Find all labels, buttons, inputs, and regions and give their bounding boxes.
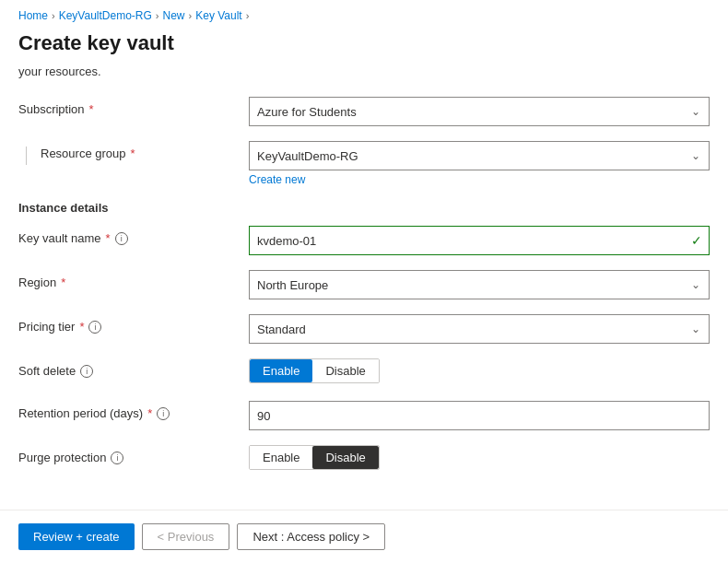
subscription-control: Azure for Students ⌄ xyxy=(249,97,710,126)
kvn-required: * xyxy=(106,231,111,245)
region-row: Region * North Europe ⌄ xyxy=(18,270,710,299)
purge-protection-row: Purge protection i Enable Disable xyxy=(18,445,710,473)
instance-details-label: Instance details xyxy=(18,201,710,215)
breadcrumb-key-vault[interactable]: Key Vault xyxy=(195,9,241,22)
sd-info-icon[interactable]: i xyxy=(80,365,93,378)
rp-input-wrapper xyxy=(249,401,710,430)
review-create-button[interactable]: Review + create xyxy=(18,523,135,550)
rg-control: KeyVaultDemo-RG ⌄ Create new xyxy=(249,141,710,186)
rp-control xyxy=(249,401,710,430)
retention-period-row: Retention period (days) * i xyxy=(18,401,710,430)
resource-group-row: Resource group * KeyVaultDemo-RG ⌄ Creat… xyxy=(18,141,710,186)
rg-required: * xyxy=(131,147,135,160)
pricing-tier-select[interactable]: StandardPremium xyxy=(249,314,710,344)
create-new-link[interactable]: Create new xyxy=(249,173,710,186)
retention-period-input[interactable] xyxy=(249,401,710,430)
rp-info-icon[interactable]: i xyxy=(157,407,170,420)
breadcrumb-keyvaultdemo-rg[interactable]: KeyVaultDemo-RG xyxy=(59,9,152,22)
breadcrumb: Home › KeyVaultDemo-RG › New › Key Vault… xyxy=(0,0,728,28)
pt-info-icon[interactable]: i xyxy=(88,321,101,334)
pt-select-wrapper: StandardPremium ⌄ xyxy=(249,314,710,344)
rg-select-wrapper: KeyVaultDemo-RG ⌄ xyxy=(249,141,710,170)
retention-period-label: Retention period (days) * i xyxy=(18,401,249,420)
breadcrumb-sep-3: › xyxy=(189,10,193,21)
subscription-required: * xyxy=(89,102,94,116)
purge-protection-label: Purge protection i xyxy=(18,445,249,464)
subscription-select[interactable]: Azure for Students xyxy=(249,97,710,126)
subscription-row: Subscription * Azure for Students ⌄ xyxy=(18,97,710,126)
breadcrumb-sep-1: › xyxy=(52,10,55,21)
subscription-label: Subscription * xyxy=(18,97,249,116)
pp-control: Enable Disable xyxy=(249,445,710,470)
intro-text: your resources. xyxy=(18,65,710,78)
breadcrumb-sep-2: › xyxy=(156,10,159,21)
rp-required: * xyxy=(147,406,152,420)
region-select-wrapper: North Europe ⌄ xyxy=(249,270,710,299)
pricing-tier-row: Pricing tier * i StandardPremium ⌄ xyxy=(18,314,710,344)
region-label: Region * xyxy=(18,270,249,289)
breadcrumb-home[interactable]: Home xyxy=(18,9,48,22)
purge-protection-disable-btn[interactable]: Disable xyxy=(312,446,378,469)
indent-line xyxy=(26,147,27,165)
key-vault-name-row: Key vault name * i ✓ xyxy=(18,226,710,255)
resource-group-label: Resource group * xyxy=(37,141,267,160)
footer: Review + create < Previous Next : Access… xyxy=(0,510,728,563)
purge-protection-toggle: Enable Disable xyxy=(249,445,380,470)
kvn-input-wrapper: ✓ xyxy=(249,226,710,255)
soft-delete-enable-btn[interactable]: Enable xyxy=(250,359,312,382)
kvn-check-icon: ✓ xyxy=(691,233,702,248)
region-control: North Europe ⌄ xyxy=(249,270,710,299)
pp-info-icon[interactable]: i xyxy=(111,452,123,464)
resource-group-select[interactable]: KeyVaultDemo-RG xyxy=(249,141,710,170)
soft-delete-disable-btn[interactable]: Disable xyxy=(312,359,378,382)
kvn-info-icon[interactable]: i xyxy=(115,232,128,245)
pricing-tier-label: Pricing tier * i xyxy=(18,314,249,334)
breadcrumb-new[interactable]: New xyxy=(163,9,185,22)
soft-delete-label: Soft delete i xyxy=(18,358,249,378)
subscription-select-wrapper: Azure for Students ⌄ xyxy=(249,97,710,126)
previous-button[interactable]: < Previous xyxy=(142,523,230,550)
purge-protection-enable-btn[interactable]: Enable xyxy=(250,446,312,469)
kvn-control: ✓ xyxy=(249,226,710,255)
page-title: Create key vault xyxy=(0,28,728,65)
form-content: your resources. Subscription * Azure for… xyxy=(0,65,728,510)
rg-label-area: Resource group * xyxy=(18,141,249,165)
breadcrumb-sep-4: › xyxy=(246,10,250,21)
key-vault-name-input[interactable] xyxy=(249,226,710,255)
pt-control: StandardPremium ⌄ xyxy=(249,314,710,344)
sd-control: Enable Disable xyxy=(249,358,710,383)
indent-marker xyxy=(18,141,37,165)
soft-delete-toggle: Enable Disable xyxy=(249,358,380,383)
region-required: * xyxy=(61,276,65,289)
soft-delete-row: Soft delete i Enable Disable xyxy=(18,358,710,386)
key-vault-name-label: Key vault name * i xyxy=(18,226,249,245)
pt-required: * xyxy=(79,320,84,334)
next-access-policy-button[interactable]: Next : Access policy > xyxy=(237,523,385,550)
region-select[interactable]: North Europe xyxy=(249,270,710,299)
